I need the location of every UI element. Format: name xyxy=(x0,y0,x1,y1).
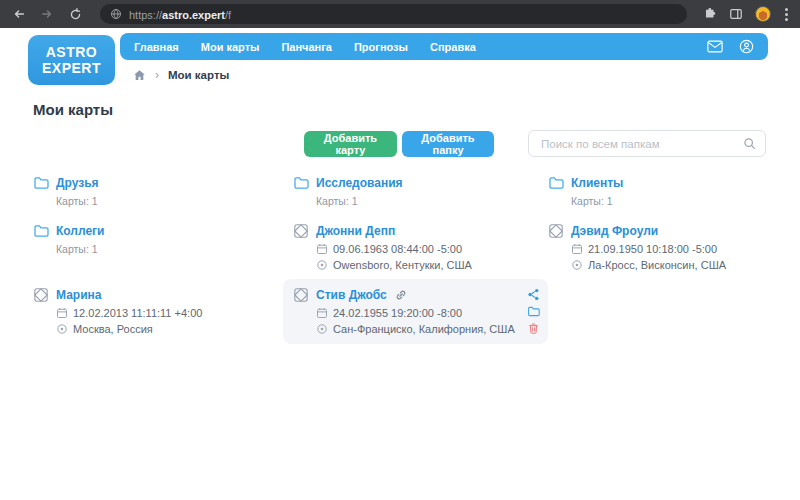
chart-name[interactable]: Марина xyxy=(56,288,101,302)
folder-action-icon xyxy=(527,305,540,318)
chart-location: Сан-Франциско, Калифорния, США xyxy=(333,323,515,335)
add-card-button[interactable]: Добавить карту xyxy=(304,131,397,157)
location-icon xyxy=(56,323,68,335)
calendar-icon xyxy=(56,307,68,319)
calendar-icon xyxy=(571,243,583,255)
url-domain: astro.expert xyxy=(162,9,225,21)
url-path: /f xyxy=(225,9,231,21)
search-input[interactable] xyxy=(529,138,743,150)
folder-icon xyxy=(293,175,309,191)
messages-button[interactable] xyxy=(707,40,723,53)
calendar-icon xyxy=(316,307,328,319)
account-button[interactable] xyxy=(739,39,754,54)
browser-window: https://astro.expert/f ASTRO EXPERT Глав… xyxy=(0,0,800,500)
globe-icon xyxy=(110,8,122,20)
nav-item-0[interactable]: Главная xyxy=(134,41,179,53)
chart-icon xyxy=(293,223,309,239)
breadcrumb-current: Мои карты xyxy=(168,69,229,81)
chart-location: Owensboro, Кентукки, США xyxy=(333,259,472,271)
reload-icon xyxy=(69,8,82,21)
location-icon xyxy=(571,259,583,271)
chart-datetime: 24.02.1955 19:20:00 -8:00 xyxy=(333,307,462,319)
folder-item[interactable]: Друзья Карты: 1 xyxy=(33,175,293,207)
nav-item-4[interactable]: Справка xyxy=(430,41,476,53)
nav-icons xyxy=(707,39,754,54)
add-folder-button[interactable]: Добавить папку xyxy=(402,131,494,157)
mail-icon xyxy=(707,40,723,53)
chart-name[interactable]: Стив Джобс xyxy=(316,288,387,302)
folder-cards-count: Карты: 1 xyxy=(316,195,548,207)
nav-item-3[interactable]: Прогнозы xyxy=(354,41,408,53)
folder-item[interactable]: Клиенты Карты: 1 xyxy=(548,175,766,207)
main-nav: ГлавнаяМои картыПанчангаПрогнозыСправка xyxy=(120,33,768,60)
folder-cards-count: Карты: 1 xyxy=(56,243,293,255)
reload-button[interactable] xyxy=(66,5,84,23)
delete-button[interactable] xyxy=(527,322,540,335)
chart-name[interactable]: Джонни Депп xyxy=(316,224,395,238)
chart-datetime: 21.09.1950 10:18:00 -5:00 xyxy=(588,243,717,255)
chart-item[interactable]: Стив Джобс 24.02.1955 19:20:00 -8:00 Сан… xyxy=(283,279,548,344)
forward-icon xyxy=(40,7,54,21)
home-icon xyxy=(133,69,146,82)
link-icon xyxy=(394,288,408,302)
chart-datetime: 09.06.1963 08:44:00 -5:00 xyxy=(333,243,462,255)
folder-icon xyxy=(33,175,49,191)
folder-cards-count: Карты: 1 xyxy=(56,195,293,207)
nav-item-2[interactable]: Панчанга xyxy=(281,41,332,53)
page-content: ASTRO EXPERT ГлавнаяМои картыПанчангаПро… xyxy=(0,28,800,500)
search-icon[interactable] xyxy=(743,137,756,150)
breadcrumb: › Мои карты xyxy=(133,68,229,82)
url-text: https://astro.expert/f xyxy=(129,5,231,23)
chart-location: Москва, Россия xyxy=(73,323,153,335)
puzzle-icon xyxy=(703,7,717,21)
side-panel-button[interactable] xyxy=(729,7,743,21)
forward-button[interactable] xyxy=(38,5,56,23)
folder-cards-count: Карты: 1 xyxy=(571,195,766,207)
back-button[interactable] xyxy=(10,5,28,23)
trash-icon xyxy=(527,322,540,335)
browser-actions xyxy=(703,6,790,23)
extensions-button[interactable] xyxy=(703,7,717,21)
folder-name[interactable]: Друзья xyxy=(56,176,99,190)
move-to-folder-button[interactable] xyxy=(527,305,540,318)
page-title: Мои карты xyxy=(33,101,113,118)
nav-items: ГлавнаяМои картыПанчангаПрогнозыСправка xyxy=(134,41,707,53)
url-scheme: https:// xyxy=(129,9,162,21)
folder-item[interactable]: Коллеги Карты: 1 xyxy=(33,223,293,255)
folder-icon xyxy=(548,175,564,191)
logo-line1: ASTRO xyxy=(46,44,98,60)
search-box xyxy=(528,130,766,157)
folder-name[interactable]: Исследования xyxy=(316,176,403,190)
chart-item[interactable]: Дэвид Фроули 21.09.1950 10:18:00 -5:00 Л… xyxy=(548,223,766,271)
folder-name[interactable]: Клиенты xyxy=(571,176,623,190)
chart-datetime: 12.02.2013 11:11:11 +4:00 xyxy=(73,307,202,319)
chart-icon xyxy=(293,287,309,303)
nav-item-1[interactable]: Мои карты xyxy=(201,41,260,53)
chart-actions xyxy=(527,288,540,335)
back-icon xyxy=(12,7,26,21)
share-button[interactable] xyxy=(527,288,540,301)
chart-item[interactable]: Марина 12.02.2013 11:11:11 +4:00 Москва,… xyxy=(33,287,293,335)
chevron-right-icon: › xyxy=(155,68,159,82)
share-icon xyxy=(527,288,540,301)
folder-item[interactable]: Исследования Карты: 1 xyxy=(293,175,548,207)
logo-line2: EXPERT xyxy=(42,60,101,76)
folder-name[interactable]: Коллеги xyxy=(56,224,105,238)
browser-toolbar: https://astro.expert/f xyxy=(0,0,800,28)
location-icon xyxy=(316,259,328,271)
calendar-icon xyxy=(316,243,328,255)
chart-icon xyxy=(33,287,49,303)
chart-location: Ла-Кросс, Висконсин, США xyxy=(588,259,726,271)
chart-icon xyxy=(548,223,564,239)
breadcrumb-home[interactable] xyxy=(133,69,146,82)
logo[interactable]: ASTRO EXPERT xyxy=(28,35,115,85)
chart-item[interactable]: Джонни Депп 09.06.1963 08:44:00 -5:00 Ow… xyxy=(293,223,548,271)
browser-menu-button[interactable] xyxy=(783,6,790,23)
address-bar[interactable]: https://astro.expert/f xyxy=(100,4,687,24)
folder-icon xyxy=(33,223,49,239)
account-icon xyxy=(739,39,754,54)
cards-grid: Друзья Карты: 1 Исследования Карты: 1 Кл… xyxy=(33,175,766,344)
location-icon xyxy=(316,323,328,335)
chart-name[interactable]: Дэвид Фроули xyxy=(571,224,658,238)
profile-avatar[interactable] xyxy=(755,6,771,22)
